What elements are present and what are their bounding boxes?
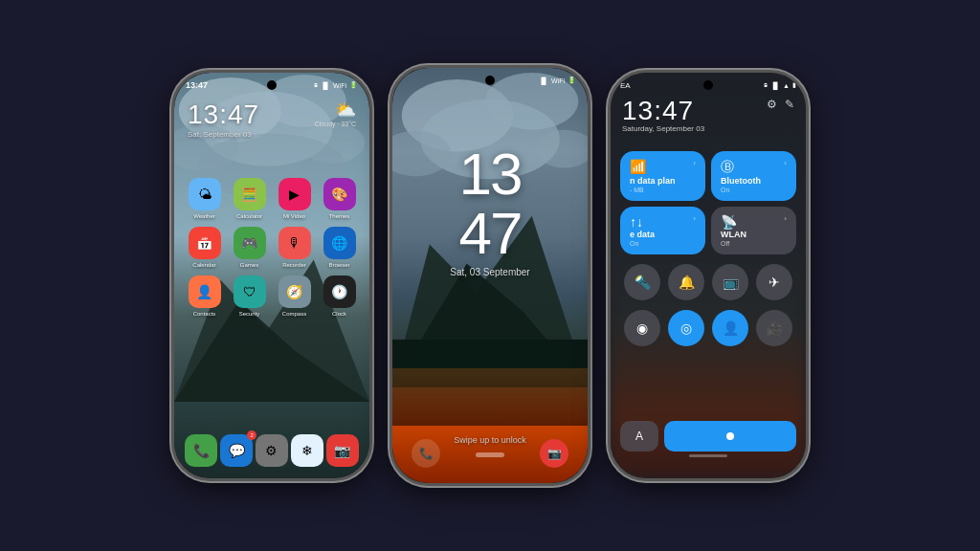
wifi-icon-1: WiFi — [333, 82, 346, 89]
app-item-compass[interactable]: 🧭 Compass — [274, 276, 315, 317]
water-reflection — [392, 368, 588, 426]
ctrl-row-1[interactable]: 🔦 🔔 📺 ✈ — [620, 264, 796, 300]
app-label-calculator: Calculator — [236, 213, 262, 219]
app-grid: 🌤 Weather 🧮 Calculator ▶ Mi Video 🎨 Them… — [184, 178, 360, 317]
wlan-arrow: › — [784, 214, 787, 223]
app-item-mi video[interactable]: ▶ Mi Video — [274, 178, 315, 219]
camera-button[interactable]: 📷 — [540, 439, 568, 468]
app-label-security: Security — [239, 311, 260, 317]
weather-text: Cloudy · 33°C — [315, 121, 356, 127]
app-icon-clock: 🕐 — [323, 276, 356, 308]
edit-icon[interactable]: ✎ — [785, 98, 794, 111]
dock-icon: ⚙ — [256, 434, 288, 467]
airplane-button[interactable]: ✈ — [756, 264, 792, 300]
app-item-recorder[interactable]: 🎙 Recorder — [274, 227, 315, 268]
weather-icon: ⛅ — [315, 99, 356, 121]
phone-2: ▐▌ WiFi 🔋 13 47 Sat, 03 September Swipe … — [390, 65, 590, 486]
cast-button[interactable]: 📺 — [712, 264, 748, 300]
tile-wlan[interactable]: 📡 › WLAN Off — [711, 207, 796, 254]
signal-icon-1: ▐▌ — [321, 82, 330, 89]
bt-icon-1: ʙ — [314, 81, 318, 89]
ctrl-date: Saturday, September 03 — [622, 124, 794, 133]
ctrl-edit-icons[interactable]: ⚙ ✎ — [767, 98, 794, 111]
app-item-weather[interactable]: 🌤 Weather — [184, 178, 225, 219]
app-icon-security: 🛡 — [234, 276, 266, 308]
app-item-security[interactable]: 🛡 Security — [229, 276, 270, 317]
phone-3: EA ʙ ▐▌ ▲ ▮ 13:47 Saturday, September 03… — [608, 70, 809, 481]
dock-item[interactable]: 📞 — [185, 434, 217, 467]
app-icon-browser: 🌐 — [323, 227, 356, 259]
tile-mobile-data-label: e data — [630, 230, 696, 240]
app-item-games[interactable]: 🎮 Games — [229, 227, 270, 268]
home-weather: ⛅ Cloudy · 33°C — [315, 99, 356, 127]
app-item-clock[interactable]: 🕐 Clock — [319, 276, 360, 317]
app-item-themes[interactable]: 🎨 Themes — [319, 178, 360, 219]
front-camera-3 — [703, 80, 713, 90]
lock-time-bot: 47 — [392, 204, 588, 263]
front-camera-2 — [485, 76, 495, 85]
phone-button[interactable]: 📞 — [412, 439, 440, 468]
dock-item[interactable]: ❄ — [291, 434, 323, 467]
tile-wlan-sub: Off — [721, 240, 787, 247]
settings-icon[interactable]: ⚙ — [767, 98, 777, 111]
app-icon-compass: 🧭 — [278, 276, 311, 308]
battery-icon-1: 🔋 — [349, 81, 358, 89]
tile-mobile-data[interactable]: ↑↓ › e data On — [620, 207, 705, 254]
bluetooth-icon: Ⓑ — [721, 159, 734, 176]
app-label-games: Games — [240, 262, 258, 268]
tile-wlan-label: WLAN — [721, 230, 787, 240]
data-plan-arrow: › — [693, 159, 696, 167]
app-label-browser: Browser — [328, 262, 349, 268]
tile-data-plan[interactable]: 📶 › n data plan - MB — [620, 151, 705, 201]
app-icon-games: 🎮 — [234, 227, 266, 259]
data-plan-icon: 📶 — [630, 159, 646, 174]
dock-item[interactable]: 📷 — [326, 434, 359, 467]
font-button[interactable]: A — [620, 421, 658, 452]
app-item-calendar[interactable]: 📅 Calendar — [184, 227, 225, 268]
eye-button[interactable]: ◉ — [624, 310, 660, 346]
dock-icon: 📷 — [326, 434, 359, 467]
home-indicator — [476, 452, 504, 457]
battery-icon-3: ▮ — [792, 81, 796, 89]
brightness-slider[interactable] — [664, 421, 796, 452]
lock-clock: 13 47 Sat, 03 September — [392, 144, 588, 277]
location-button[interactable]: ◎ — [668, 310, 704, 346]
mobile-data-arrow: › — [693, 214, 696, 223]
account-button[interactable]: 👤 — [712, 310, 748, 346]
dock[interactable]: 📞 💬 2 ⚙ ❄ 📷 — [184, 434, 360, 467]
bell-button[interactable]: 🔔 — [668, 264, 704, 300]
lock-buttons[interactable]: 📞 📷 — [412, 439, 568, 468]
app-icon-recorder: 🎙 — [278, 227, 311, 259]
app-label-clock: Clock — [332, 311, 346, 317]
app-item-calculator[interactable]: 🧮 Calculator — [229, 178, 270, 219]
app-label-recorder: Recorder — [282, 262, 306, 268]
video-button[interactable]: 🎥 — [756, 310, 792, 346]
ctrl-row-2[interactable]: ◉ ◎ 👤 🎥 — [620, 310, 796, 346]
ctrl-bottom[interactable]: A — [620, 421, 796, 452]
dock-item[interactable]: 💬 2 — [220, 434, 253, 467]
app-label-mi video: Mi Video — [283, 213, 305, 219]
app-icon-contacts: 👤 — [189, 276, 221, 308]
battery-icon-2: 🔋 — [568, 77, 576, 84]
app-label-themes: Themes — [329, 213, 350, 219]
flashlight-button[interactable]: 🔦 — [624, 264, 660, 300]
app-item-browser[interactable]: 🌐 Browser — [319, 227, 360, 268]
front-camera-1 — [267, 80, 277, 90]
lock-date: Sat, 03 September — [392, 267, 588, 277]
app-icon-calendar: 📅 — [189, 227, 221, 259]
bt-icon-3: ʙ — [764, 81, 768, 89]
mobile-data-icon: ↑↓ — [630, 214, 643, 230]
app-item-contacts[interactable]: 👤 Contacts — [184, 276, 225, 317]
home-date: Sat, September 03 — [188, 130, 259, 139]
tile-bt-sub: On — [721, 187, 787, 193]
status-icons-2: ▐▌ WiFi 🔋 — [539, 77, 576, 84]
dock-item[interactable]: ⚙ — [256, 434, 288, 467]
ctrl-tiles[interactable]: 📶 › n data plan - MB Ⓑ › Bluetooth On — [620, 151, 796, 254]
home-clock: 13:47 Sat, September 03 — [188, 99, 259, 139]
lock-time-top: 13 — [459, 144, 522, 204]
tile-bluetooth[interactable]: Ⓑ › Bluetooth On — [711, 151, 796, 201]
app-label-compass: Compass — [282, 311, 306, 317]
tile-data-plan-sub: - MB — [630, 187, 696, 193]
nav-slider — [689, 454, 728, 457]
brightness-dot — [726, 432, 734, 440]
